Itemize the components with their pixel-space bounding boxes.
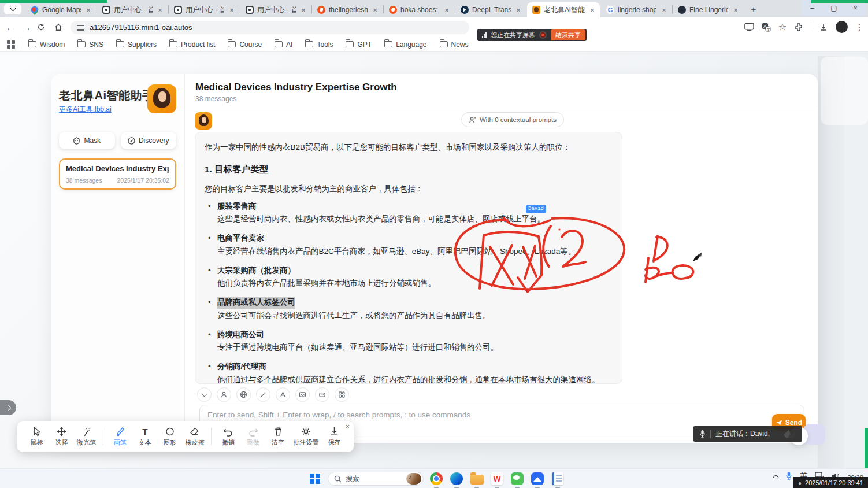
tool-text[interactable]: T 文本 — [133, 427, 156, 447]
tool-laser-pen[interactable]: 激光笔 — [75, 427, 98, 447]
taskbar-edge[interactable] — [449, 471, 464, 486]
tool-mouse[interactable]: 鼠标 — [25, 427, 48, 447]
bookmark-star-icon[interactable]: ☆ — [778, 21, 787, 32]
browser-tab[interactable]: 用户中心 - 首页× — [97, 2, 168, 17]
recorder-timestamp-overlay: ● 2025/01/17 20:39:41 — [793, 477, 868, 488]
discovery-button[interactable]: Discovery — [121, 132, 177, 149]
tool-undo[interactable]: 撤销 — [217, 427, 239, 447]
toolbar-expand-handle[interactable] — [0, 400, 16, 415]
bookmark-folder[interactable]: GPT — [346, 40, 372, 49]
stop-sharing-button[interactable]: 结束共享 — [551, 29, 585, 40]
tab-close-icon[interactable]: × — [156, 6, 164, 14]
taskbar-wechat[interactable] — [510, 471, 525, 486]
tool-clear[interactable]: 清空 — [267, 427, 290, 447]
tool-select[interactable]: 选择 — [50, 427, 73, 447]
browser-action-icons: A文 ☆ ⋮ — [744, 21, 863, 33]
browser-tab[interactable]: Glingerie shop - G× — [601, 2, 672, 17]
google-maps-favicon — [29, 5, 40, 15]
taskbar-search[interactable]: 搜索 — [328, 472, 424, 486]
bookmark-folder[interactable]: SNS — [77, 40, 103, 49]
tab-close-icon[interactable]: × — [732, 6, 740, 14]
browser-tab[interactable]: 用户中心 - 首页× — [169, 2, 239, 17]
tray-expand-icon[interactable] — [773, 474, 779, 480]
back-button[interactable]: ← — [2, 23, 17, 32]
bookmark-folder[interactable]: Wisdom — [28, 40, 65, 49]
start-button[interactable] — [307, 471, 322, 486]
web-page: 老北鼻Ai智能助手 更多Ai工具:lbb.ai Mask Discovery M… — [0, 52, 868, 468]
chat-list-item-selected[interactable]: Medical Devices Industry Exp... 38 messa… — [59, 158, 176, 190]
tab-close-icon[interactable]: × — [84, 6, 92, 14]
site-settings-icon[interactable] — [77, 25, 84, 31]
robot-button[interactable] — [315, 387, 329, 402]
forward-button[interactable]: → — [20, 23, 35, 32]
bookmark-folder[interactable]: News — [440, 40, 469, 49]
browser-tab[interactable]: Fine Lingerie, Sle× — [673, 2, 743, 17]
search-placeholder: 搜索 — [346, 474, 359, 484]
tab-close-icon[interactable]: × — [660, 6, 668, 14]
bookmark-folder[interactable]: Course — [228, 40, 262, 49]
browser-tab[interactable]: thelingerieshop× — [312, 2, 383, 17]
tab-search-button[interactable] — [4, 3, 21, 14]
wechat-icon — [511, 472, 524, 485]
apps-grid-icon[interactable] — [7, 40, 15, 49]
trash-icon — [274, 427, 283, 437]
tool-settings[interactable]: 批注设置 — [292, 427, 321, 447]
tool-eraser[interactable]: 橡皮擦 — [183, 427, 206, 447]
profile-avatar[interactable] — [836, 21, 848, 33]
tool-shape[interactable]: 图形 — [158, 427, 181, 447]
annotation-toolbar: 鼠标 选择 激光笔 画笔 T 文本 图形 橡皮擦 撤销 — [17, 421, 354, 452]
reload-icon — [37, 23, 45, 31]
download-icon[interactable] — [819, 23, 828, 32]
extensions-icon[interactable] — [794, 23, 803, 32]
tab-close-icon[interactable]: × — [514, 6, 522, 14]
window-close-button[interactable]: × — [854, 4, 858, 12]
contextual-prompts-pill[interactable]: With 0 contextual prompts — [461, 112, 564, 127]
taskbar-explorer[interactable] — [469, 471, 484, 486]
plugins-grid-button[interactable] — [335, 387, 349, 402]
cast-icon[interactable] — [744, 23, 754, 31]
bookmark-folder[interactable]: Tools — [305, 40, 333, 49]
toolbar-close-button[interactable]: × — [345, 422, 350, 431]
frame-button[interactable] — [295, 387, 310, 402]
taskbar-wps[interactable]: W — [489, 471, 505, 486]
tool-save[interactable]: 保存 — [323, 427, 346, 447]
translate-icon[interactable]: A文 — [762, 23, 771, 32]
mask-icon — [73, 137, 80, 145]
font-size-button[interactable] — [276, 387, 290, 402]
url-text: a12657915116.mini1-oai.autos — [90, 23, 192, 32]
home-button[interactable] — [54, 23, 69, 31]
bookmark-folder[interactable]: Suppliers — [116, 40, 157, 49]
window-maximize-button[interactable]: ▢ — [830, 4, 837, 12]
bookmark-folder[interactable]: Product list — [169, 40, 215, 49]
prompt-wand-button[interactable] — [256, 387, 270, 402]
tab-close-icon[interactable]: × — [299, 6, 307, 14]
avatar-theme-button[interactable] — [217, 387, 231, 402]
reload-button[interactable] — [37, 23, 52, 31]
language-button[interactable] — [236, 387, 251, 402]
collapse-button[interactable] — [197, 387, 212, 402]
bookmark-folder[interactable]: AI — [275, 40, 292, 49]
mask-button[interactable]: Mask — [59, 132, 115, 149]
more-ai-tools-link[interactable]: 更多Ai工具:lbb.ai — [59, 105, 112, 113]
taskbar-notes[interactable] — [550, 471, 565, 486]
tab-close-icon[interactable]: × — [443, 6, 451, 14]
message-intro: 作为一家中国的性感内衣B2B贸易商，以下是您可能的目标客户类型、市场和国家以及采… — [205, 142, 613, 153]
taskbar-chrome[interactable] — [429, 471, 444, 486]
folder-icon — [169, 41, 177, 47]
browser-tab-active[interactable]: 老北鼻Ai智能助手× — [527, 2, 600, 17]
tab-close-icon[interactable]: × — [371, 6, 379, 14]
taskbar-meeting[interactable] — [530, 471, 545, 486]
tool-pen-active[interactable]: 画笔 — [109, 427, 131, 447]
browser-tab[interactable]: 用户中心 - 首页× — [240, 2, 311, 17]
new-tab-button[interactable]: + — [748, 3, 759, 15]
address-bar[interactable]: a12657915116.mini1-oai.autos — [71, 21, 469, 34]
browser-tab[interactable]: hoka shoes: Ove× — [384, 2, 454, 17]
tab-close-icon[interactable]: × — [588, 6, 596, 14]
browser-tab[interactable]: DeepL Translate:× — [455, 2, 526, 17]
browser-tab[interactable]: Google Maps× — [25, 2, 96, 17]
tab-close-icon[interactable]: × — [228, 6, 236, 14]
window-minimize-button[interactable]: – — [810, 4, 814, 12]
tray-microphone-icon[interactable] — [785, 471, 792, 480]
bookmark-folder[interactable]: Language — [384, 40, 426, 49]
browser-menu-icon[interactable]: ⋮ — [855, 23, 863, 32]
